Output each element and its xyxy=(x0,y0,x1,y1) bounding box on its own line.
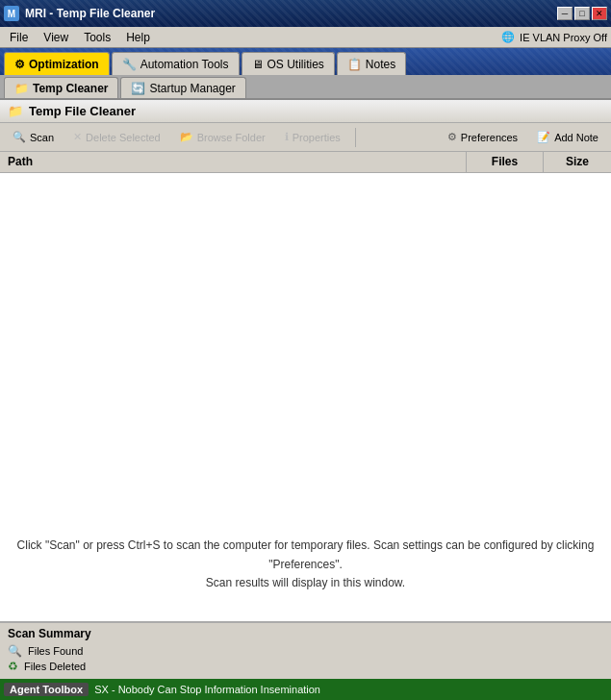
menu-items: File View Tools Help xyxy=(4,29,156,46)
browse-folder-button: 📂 Browse Folder xyxy=(171,127,274,148)
app-icon: M xyxy=(4,6,19,21)
menu-view[interactable]: View xyxy=(38,29,74,46)
browse-label: Browse Folder xyxy=(197,132,266,143)
delete-icon: ✕ xyxy=(73,131,82,143)
tab-bar-2: 📁 Temp Cleaner 🔄 Startup Manager xyxy=(0,75,611,100)
toolbar: 🔍 Scan ✕ Delete Selected 📂 Browse Folder… xyxy=(0,123,611,152)
add-note-label: Add Note xyxy=(554,132,598,143)
toolbar-right: ⚙ Preferences 📝 Add Note xyxy=(439,127,607,148)
delete-label: Delete Selected xyxy=(86,132,161,143)
delete-selected-button: ✕ Delete Selected xyxy=(64,127,169,148)
tab-automation-label: Automation Tools xyxy=(140,58,229,71)
section-header: 📁 Temp File Cleaner xyxy=(0,100,611,123)
os-utilities-icon: 🖥 xyxy=(252,58,264,71)
menu-right: 🌐 IE VLAN Proxy Off xyxy=(500,30,607,45)
scan-icon: 🔍 xyxy=(13,131,26,143)
tab-startup-manager[interactable]: 🔄 Startup Manager xyxy=(120,77,245,98)
table-header: Path Files Size xyxy=(0,152,611,173)
menu-help[interactable]: Help xyxy=(120,29,156,46)
tab-temp-cleaner[interactable]: 📁 Temp Cleaner xyxy=(4,77,118,98)
menu-file[interactable]: File xyxy=(4,29,34,46)
close-button[interactable]: ✕ xyxy=(592,7,607,20)
ie-proxy-status: IE VLAN Proxy Off xyxy=(520,32,607,43)
menu-bar: File View Tools Help 🌐 IE VLAN Proxy Off xyxy=(0,27,611,48)
preferences-icon: ⚙ xyxy=(447,131,457,143)
col-header-path: Path xyxy=(0,152,467,172)
scan-message: Click "Scan" or press Ctrl+S to scan the… xyxy=(0,537,611,592)
tab-notes-label: Notes xyxy=(366,58,395,71)
scan-button[interactable]: 🔍 Scan xyxy=(4,127,63,148)
tab-notes[interactable]: 📋 Notes xyxy=(337,52,406,75)
automation-icon: 🔧 xyxy=(122,58,137,71)
title-bar: M MRI - Temp File Cleaner ─ □ ✕ xyxy=(0,0,611,27)
section-title: Temp File Cleaner xyxy=(29,104,136,118)
agent-toolbox-message: SX - Nobody Can Stop Information Insemin… xyxy=(94,684,320,695)
optimization-icon: ⚙ xyxy=(14,58,25,71)
tab-startup-manager-label: Startup Manager xyxy=(149,82,235,95)
main-content: Click "Scan" or press Ctrl+S to scan the… xyxy=(0,173,611,621)
toolbar-separator xyxy=(355,128,356,147)
add-note-icon: 📝 xyxy=(537,131,550,143)
tab-os-utilities-label: OS Utilities xyxy=(267,58,324,71)
scan-label: Scan xyxy=(30,132,54,143)
agent-toolbox: Agent Toolbox SX - Nobody Can Stop Infor… xyxy=(0,679,611,700)
app-window: M MRI - Temp File Cleaner ─ □ ✕ File Vie… xyxy=(0,0,611,700)
temp-cleaner-tab-icon: 📁 xyxy=(14,82,29,95)
window-controls: ─ □ ✕ xyxy=(557,7,607,20)
add-note-button[interactable]: 📝 Add Note xyxy=(528,127,607,148)
startup-manager-icon: 🔄 xyxy=(131,82,145,95)
minimize-button[interactable]: ─ xyxy=(557,7,573,20)
section-header-icon: 📁 xyxy=(8,104,23,118)
files-found-row: 🔍 Files Found xyxy=(8,644,603,658)
properties-button: ℹ Properties xyxy=(276,127,349,148)
properties-label: Properties xyxy=(293,132,341,143)
scan-message-line2: Scan results will display in this window… xyxy=(0,574,611,592)
tab-automation-tools[interactable]: 🔧 Automation Tools xyxy=(112,52,240,75)
tab-temp-cleaner-label: Temp Cleaner xyxy=(33,82,108,95)
preferences-label: Preferences xyxy=(461,132,518,143)
tab-bar-1: ⚙ Optimization 🔧 Automation Tools 🖥 OS U… xyxy=(0,48,611,75)
files-deleted-icon: ♻ xyxy=(8,660,18,673)
browse-icon: 📂 xyxy=(180,131,193,143)
scan-summary: Scan Summary 🔍 Files Found ♻ Files Delet… xyxy=(0,621,611,679)
preferences-button[interactable]: ⚙ Preferences xyxy=(439,127,526,148)
notes-icon: 📋 xyxy=(347,58,362,71)
ie-icon: 🌐 xyxy=(500,30,516,45)
files-deleted-row: ♻ Files Deleted xyxy=(8,660,603,673)
restore-button[interactable]: □ xyxy=(574,7,590,20)
tab-os-utilities[interactable]: 🖥 OS Utilities xyxy=(242,52,335,75)
files-deleted-label: Files Deleted xyxy=(24,661,86,672)
window-title: MRI - Temp File Cleaner xyxy=(25,7,155,20)
tab-optimization[interactable]: ⚙ Optimization xyxy=(4,52,110,75)
properties-icon: ℹ xyxy=(285,131,289,143)
scan-message-line1: Click "Scan" or press Ctrl+S to scan the… xyxy=(0,537,611,573)
files-found-label: Files Found xyxy=(28,645,83,657)
tab-optimization-label: Optimization xyxy=(29,58,99,71)
col-header-files: Files xyxy=(467,152,544,172)
col-header-size: Size xyxy=(544,152,611,172)
scan-summary-title: Scan Summary xyxy=(8,627,603,640)
menu-tools[interactable]: Tools xyxy=(78,29,116,46)
title-bar-left: M MRI - Temp File Cleaner xyxy=(4,6,155,21)
files-found-icon: 🔍 xyxy=(8,644,22,658)
agent-toolbox-label: Agent Toolbox xyxy=(4,683,89,696)
